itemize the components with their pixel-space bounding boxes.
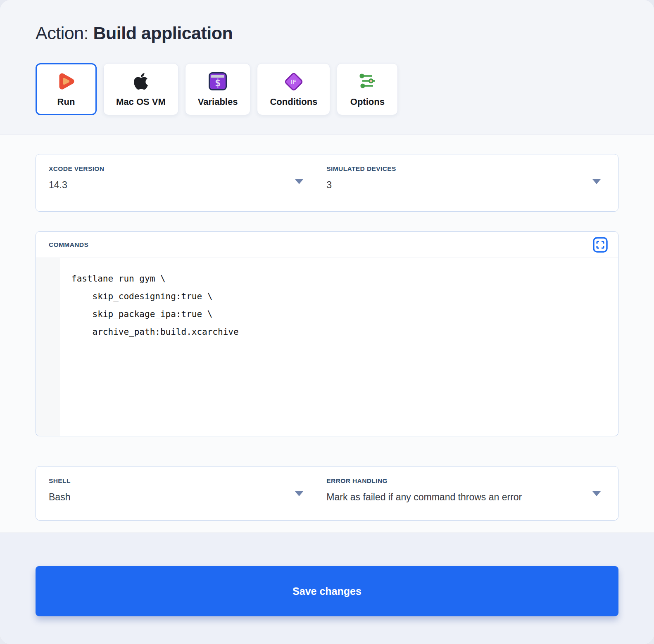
tab-options[interactable]: Options (337, 63, 398, 115)
tab-run[interactable]: Run (36, 63, 97, 115)
xcode-version-value: 14.3 (49, 180, 295, 191)
commands-body: fastlane run gym \ skip_codesigning:true… (36, 258, 618, 436)
page-title-prefix: Action: (36, 23, 88, 43)
code-gutter (36, 258, 60, 436)
chevron-down-icon (295, 179, 303, 184)
sliders-icon (358, 71, 376, 91)
tab-mac-os-vm[interactable]: Mac OS VM (103, 63, 178, 115)
chevron-down-icon (592, 491, 601, 496)
error-handling-value: Mark as failed if any command throws an … (326, 492, 593, 503)
tab-conditions-label: Conditions (270, 97, 317, 107)
terminal-dollar-icon: $ (209, 71, 227, 91)
commands-label: COMMANDS (49, 241, 88, 249)
main-content: XCODE VERSION 14.3 SIMULATED DEVICES 3 C… (0, 135, 654, 533)
commands-editor[interactable]: fastlane run gym \ skip_codesigning:true… (60, 258, 618, 436)
chevron-down-icon (592, 179, 601, 184)
simulated-devices-value: 3 (326, 180, 593, 191)
xcode-version-label: XCODE VERSION (49, 165, 295, 173)
page-title-name: Build application (93, 23, 233, 43)
shell-value: Bash (49, 492, 295, 503)
build-settings-card: XCODE VERSION 14.3 SIMULATED DEVICES 3 (36, 154, 618, 212)
shell-select[interactable]: SHELL Bash (36, 466, 320, 520)
error-handling-label: ERROR HANDLING (326, 477, 593, 485)
tab-options-label: Options (350, 97, 385, 107)
shell-label: SHELL (49, 477, 295, 485)
shell-settings-card: SHELL Bash ERROR HANDLING Mark as failed… (36, 466, 618, 521)
tab-mac-os-vm-label: Mac OS VM (116, 97, 166, 107)
error-handling-select[interactable]: ERROR HANDLING Mark as failed if any com… (320, 466, 618, 520)
if-diamond-icon: IF (287, 71, 301, 91)
action-editor-window: Action: Build application Run (0, 0, 654, 644)
play-icon (57, 71, 76, 91)
fullscreen-icon[interactable] (592, 237, 608, 253)
apple-icon (133, 71, 149, 91)
xcode-version-select[interactable]: XCODE VERSION 14.3 (36, 154, 320, 211)
save-changes-button[interactable]: Save changes (36, 566, 618, 616)
chevron-down-icon (295, 491, 303, 496)
tab-conditions[interactable]: IF Conditions (257, 63, 330, 115)
tab-variables[interactable]: $ Variables (185, 63, 251, 115)
footer: Save changes (0, 533, 654, 644)
commands-card: COMMANDS fastlane run gym \ skip_codesig… (36, 231, 618, 436)
commands-header: COMMANDS (36, 232, 618, 258)
simulated-devices-label: SIMULATED DEVICES (326, 165, 593, 173)
simulated-devices-select[interactable]: SIMULATED DEVICES 3 (320, 154, 618, 211)
page-title: Action: Build application (36, 23, 618, 43)
tab-run-label: Run (57, 97, 75, 107)
header: Action: Build application Run (0, 0, 654, 135)
tab-row: Run Mac OS VM $ Variables IF (36, 63, 618, 115)
tab-variables-label: Variables (198, 97, 238, 107)
